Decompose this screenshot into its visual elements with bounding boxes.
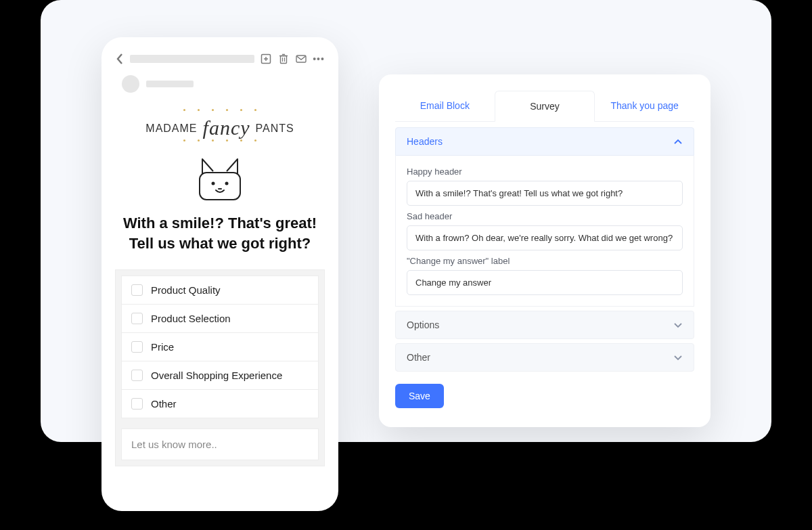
email-toolbar: •••	[115, 52, 325, 66]
other-title: Other	[407, 352, 430, 363]
more-textarea[interactable]: Let us know more..	[121, 428, 319, 460]
happy-header-label: Happy header	[407, 167, 683, 177]
checkbox-icon[interactable]	[131, 284, 143, 296]
delete-icon[interactable]	[277, 53, 290, 65]
option-label: Price	[151, 341, 174, 353]
options-list: Product Quality Product Selection Price …	[115, 269, 325, 466]
happy-header-input[interactable]	[407, 181, 683, 206]
avatar	[122, 75, 139, 93]
brand-pre: MADAME	[145, 123, 197, 135]
headers-accordion[interactable]: Headers	[395, 127, 694, 156]
option-row[interactable]: Overall Shopping Experience	[121, 361, 319, 390]
mail-icon[interactable]	[295, 53, 307, 65]
option-row[interactable]: Product Selection	[121, 304, 319, 333]
chevron-up-icon	[673, 136, 683, 147]
cat-illustration	[115, 154, 325, 201]
heading-line2: Tell us what we got right?	[122, 234, 318, 254]
chevron-down-icon	[673, 352, 683, 363]
brand-post: PANTS	[256, 123, 294, 135]
tab-thank-you[interactable]: Thank you page	[595, 91, 694, 121]
change-answer-input[interactable]	[407, 270, 683, 295]
checkbox-icon[interactable]	[131, 341, 143, 353]
survey-settings-panel: Email Block Survey Thank you page Header…	[379, 74, 710, 427]
option-row[interactable]: Other	[121, 389, 319, 418]
option-label: Other	[151, 398, 177, 410]
checkbox-icon[interactable]	[131, 370, 143, 381]
more-icon[interactable]: •••	[313, 53, 325, 65]
email-preview-card: ••• MADAME fancy PANTS With a smile!? Th…	[102, 37, 338, 511]
option-label: Product Selection	[151, 313, 231, 324]
option-label: Product Quality	[151, 284, 221, 296]
options-title: Options	[407, 319, 439, 330]
tab-email-block[interactable]: Email Block	[395, 91, 495, 121]
survey-heading: With a smile!? That's great! Tell us wha…	[115, 213, 325, 253]
sender-row	[115, 75, 325, 93]
svg-point-11	[225, 182, 229, 185]
heading-line1: With a smile!? That's great!	[122, 213, 318, 234]
headers-title: Headers	[407, 136, 443, 147]
headers-body: Happy header Sad header "Change my answe…	[395, 156, 694, 307]
option-label: Overall Shopping Experience	[151, 370, 282, 381]
sad-header-input[interactable]	[407, 225, 683, 250]
back-icon[interactable]	[115, 52, 125, 66]
checkbox-icon[interactable]	[131, 398, 143, 410]
brand-fancy: fancy	[203, 116, 250, 139]
other-accordion[interactable]: Other	[395, 343, 694, 372]
settings-tabs: Email Block Survey Thank you page	[395, 91, 694, 122]
save-button[interactable]: Save	[395, 384, 444, 408]
option-row[interactable]: Product Quality	[121, 275, 319, 305]
sad-header-label: Sad header	[407, 211, 683, 221]
subject-placeholder	[130, 55, 254, 63]
svg-rect-9	[200, 173, 240, 200]
checkbox-icon[interactable]	[131, 313, 143, 324]
brand-logo: MADAME fancy PANTS	[115, 109, 325, 141]
svg-point-10	[212, 182, 215, 185]
chevron-down-icon	[673, 319, 683, 330]
change-answer-label: "Change my answer" label	[407, 256, 683, 266]
archive-icon[interactable]	[260, 53, 272, 65]
svg-rect-3	[281, 56, 287, 64]
tab-survey[interactable]: Survey	[495, 91, 595, 122]
option-row[interactable]: Price	[121, 332, 319, 361]
sender-placeholder	[146, 81, 194, 87]
options-accordion[interactable]: Options	[395, 311, 694, 339]
